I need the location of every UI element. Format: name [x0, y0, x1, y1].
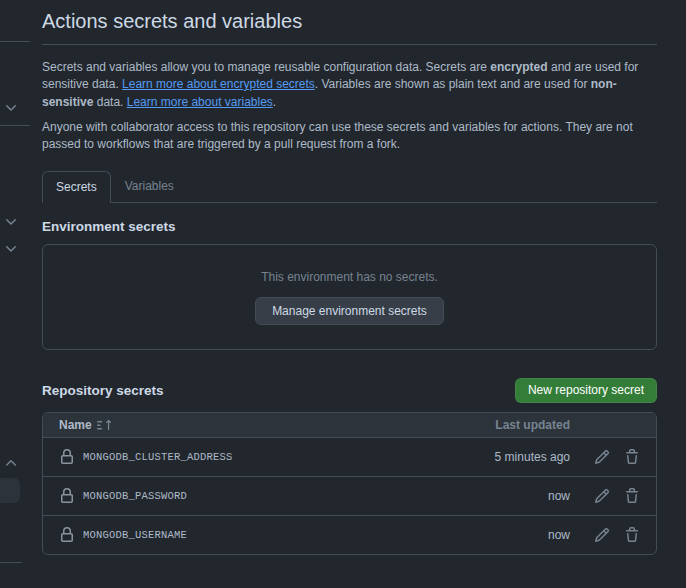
chevron-down-icon[interactable]	[3, 241, 19, 257]
intro-bold-encrypted: encrypted	[490, 60, 547, 74]
new-repository-secret-button[interactable]: New repository secret	[515, 378, 657, 403]
secret-name: MONGODB_CLUSTER_ADDRESS	[83, 451, 450, 463]
edit-secret-button[interactable]	[594, 527, 610, 543]
intro-text: .	[273, 95, 276, 109]
main-content: Actions secrets and variables Secrets an…	[42, 0, 657, 555]
secret-name: MONGODB_PASSWORD	[83, 490, 450, 502]
trash-icon	[624, 527, 640, 543]
pencil-icon	[594, 488, 610, 504]
lock-icon	[59, 449, 75, 465]
row-actions	[594, 527, 640, 543]
last-updated-value: 5 minutes ago	[450, 450, 570, 464]
chevron-down-icon[interactable]	[3, 100, 19, 116]
intro-text: Secrets and variables allow you to manag…	[42, 60, 490, 74]
secret-name: MONGODB_USERNAME	[83, 529, 450, 541]
pencil-icon	[594, 449, 610, 465]
link-variables[interactable]: Learn more about variables	[127, 95, 273, 109]
pencil-icon	[594, 527, 610, 543]
link-encrypted-secrets[interactable]: Learn more about encrypted secrets	[122, 77, 315, 91]
row-actions	[594, 488, 640, 504]
repository-secrets-header: Repository secrets New repository secret	[42, 378, 657, 403]
environment-secrets-heading: Environment secrets	[42, 219, 657, 234]
lock-icon	[59, 488, 75, 504]
chevron-up-icon[interactable]	[3, 455, 19, 471]
sidebar-selected-item[interactable]	[0, 478, 20, 503]
delete-secret-button[interactable]	[624, 488, 640, 504]
name-column-header[interactable]: Name	[59, 418, 450, 432]
sidebar-divider	[0, 125, 30, 126]
table-header-row: Name Last updated	[43, 413, 656, 437]
trash-icon	[624, 488, 640, 504]
sort-ascending-icon	[97, 418, 111, 432]
table-row: MONGODB_CLUSTER_ADDRESS 5 minutes ago	[43, 437, 656, 476]
intro-text: . Variables are shown as plain text and …	[315, 77, 591, 91]
intro-text: data.	[93, 95, 126, 109]
name-column-label: Name	[59, 418, 92, 432]
intro-paragraph: Secrets and variables allow you to manag…	[42, 59, 657, 111]
last-updated-column-header: Last updated	[450, 418, 570, 432]
empty-environment-message: This environment has no secrets.	[261, 270, 438, 284]
edit-secret-button[interactable]	[594, 488, 610, 504]
last-updated-value: now	[450, 528, 570, 542]
delete-secret-button[interactable]	[624, 527, 640, 543]
sidebar-divider	[0, 41, 30, 42]
trash-icon	[624, 449, 640, 465]
edit-secret-button[interactable]	[594, 449, 610, 465]
manage-environment-secrets-button[interactable]: Manage environment secrets	[255, 297, 444, 325]
environment-secrets-box: This environment has no secrets. Manage …	[42, 244, 657, 350]
table-row: MONGODB_USERNAME now	[43, 515, 656, 554]
settings-sidebar	[0, 0, 30, 588]
sidebar-divider	[0, 562, 22, 563]
collaborator-note: Anyone with collaborator access to this …	[42, 119, 657, 154]
repository-secrets-table: Name Last updated MONGODB_CLUSTER_ADDRES…	[42, 412, 657, 555]
last-updated-value: now	[450, 489, 570, 503]
tab-bar: Secrets Variables	[42, 171, 657, 203]
page-title: Actions secrets and variables	[42, 0, 657, 45]
repository-secrets-heading: Repository secrets	[42, 383, 164, 398]
chevron-down-icon[interactable]	[3, 214, 19, 230]
delete-secret-button[interactable]	[624, 449, 640, 465]
table-row: MONGODB_PASSWORD now	[43, 476, 656, 515]
lock-icon	[59, 527, 75, 543]
row-actions	[594, 449, 640, 465]
tab-variables[interactable]: Variables	[111, 171, 188, 202]
tab-secrets[interactable]: Secrets	[42, 171, 111, 203]
